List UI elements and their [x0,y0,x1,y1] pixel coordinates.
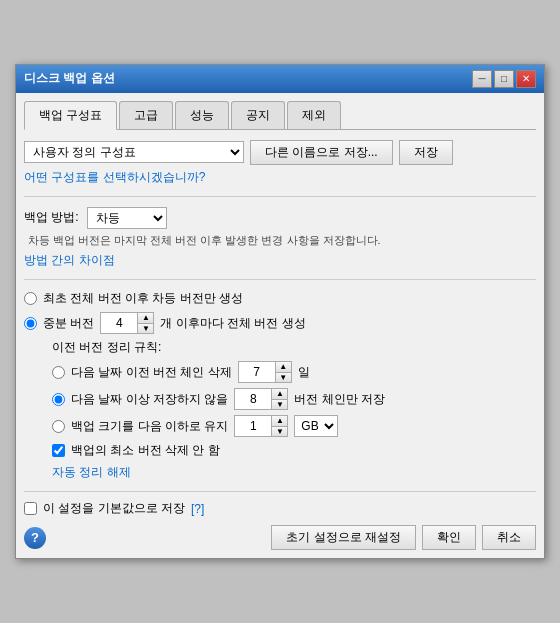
sub-radio-keep-chain-label2: 버전 체인만 저장 [294,391,385,408]
bottom-section: 이 설정을 기본값으로 저장 [?] ? 초기 설정으로 재설정 확인 취소 [24,491,536,550]
auto-cleanup-link-row: 자동 정리 해제 [52,464,536,481]
help-icon-button[interactable]: ? [24,527,46,549]
radio-incremental-only-label[interactable]: 최초 전체 버전 이후 차등 버전만 생성 [43,290,243,307]
cleanup-title: 이전 버전 정리 규칙: [52,339,536,356]
days-input[interactable] [239,362,275,382]
profile-section: 사용자 정의 구성표 다른 이름으로 저장... 저장 어떤 구성표를 선택하시… [24,140,536,186]
backup-method-section: 백업 방법: 차등 차등 백업 버전은 마지막 전체 버전 이후 발생한 변경 … [24,207,536,269]
radio-every-n[interactable] [24,317,37,330]
sub-radio-size-limit-row: 백업 크기를 다음 이하로 유지 ▲ ▼ GB MB [52,415,536,437]
radio-every-n-row: 중분 버전 ▲ ▼ 개 이후마다 전체 버전 생성 [24,312,536,334]
footer-buttons: 초기 설정으로 재설정 확인 취소 [271,525,536,550]
backup-method-desc: 차등 백업 버전은 마지막 전체 버전 이후 발생한 변경 사항을 저장합니다. [28,233,536,248]
backup-method-select[interactable]: 차등 [87,207,167,229]
profile-select[interactable]: 사용자 정의 구성표 [24,141,244,163]
sub-radio-size-limit-label1[interactable]: 백업 크기를 다음 이하로 유지 [71,418,228,435]
keep-min-version-row: 백업의 최소 버전 삭제 안 함 [52,442,536,459]
radio-every-n-label2: 개 이후마다 전체 버전 생성 [160,315,305,332]
tab-performance[interactable]: 성능 [175,101,229,129]
method-difference-link[interactable]: 방법 간의 차이점 [24,253,115,267]
cleanup-section: 이전 버전 정리 규칙: 다음 날짜 이전 버전 체인 삭제 ▲ ▼ 일 [52,339,536,481]
save-default-help-link[interactable]: [?] [191,502,204,516]
save-default-row: 이 설정을 기본값으로 저장 [?] [24,500,536,517]
radio-every-n-label1[interactable]: 중분 버전 [43,315,94,332]
version-count-up[interactable]: ▲ [138,313,153,324]
separator-2 [24,279,536,280]
backup-method-label: 백업 방법: [24,209,79,226]
sub-radio-delete-chain-row: 다음 날짜 이전 버전 체인 삭제 ▲ ▼ 일 [52,361,536,383]
footer-row: ? 초기 설정으로 재설정 확인 취소 [24,525,536,550]
radio-incremental-only-row: 최초 전체 버전 이후 차등 버전만 생성 [24,290,536,307]
save-default-checkbox[interactable] [24,502,37,515]
footer-left: ? [24,527,46,549]
version-count-input[interactable] [101,313,137,333]
save-as-button[interactable]: 다른 이름으로 저장... [250,140,393,165]
separator-1 [24,196,536,197]
sub-radio-delete-chain-label2: 일 [298,364,310,381]
tab-exclude[interactable]: 제외 [287,101,341,129]
chain-count-spinbox: ▲ ▼ [234,388,288,410]
days-up[interactable]: ▲ [276,362,291,373]
size-down[interactable]: ▼ [272,427,287,437]
size-spinbox: ▲ ▼ [234,415,288,437]
size-unit-select[interactable]: GB MB [294,415,338,437]
title-controls: ─ □ ✕ [472,70,536,88]
tab-backup-profile[interactable]: 백업 구성표 [24,101,117,130]
window-content: 백업 구성표 고급 성능 공지 제외 사용자 정의 구성표 다른 이름으로 저장… [16,93,544,558]
version-count-down[interactable]: ▼ [138,324,153,334]
size-spin-buttons: ▲ ▼ [271,416,287,436]
window-title: 디스크 백업 옵션 [24,70,115,87]
chain-count-spin-buttons: ▲ ▼ [271,389,287,409]
sub-radio-keep-chain[interactable] [52,393,65,406]
tab-bar: 백업 구성표 고급 성능 공지 제외 [24,101,536,130]
days-spinbox: ▲ ▼ [238,361,292,383]
close-button[interactable]: ✕ [516,70,536,88]
chain-count-input[interactable] [235,389,271,409]
chain-count-down[interactable]: ▼ [272,400,287,410]
version-count-spin-buttons: ▲ ▼ [137,313,153,333]
sub-radio-delete-chain[interactable] [52,366,65,379]
chain-count-up[interactable]: ▲ [272,389,287,400]
days-down[interactable]: ▼ [276,373,291,383]
minimize-button[interactable]: ─ [472,70,492,88]
backup-method-row: 백업 방법: 차등 [24,207,536,229]
save-default-label[interactable]: 이 설정을 기본값으로 저장 [43,500,185,517]
profile-row: 사용자 정의 구성표 다른 이름으로 저장... 저장 [24,140,536,165]
size-up[interactable]: ▲ [272,416,287,427]
save-button[interactable]: 저장 [399,140,453,165]
sub-radio-keep-chain-label1[interactable]: 다음 날짜 이상 저장하지 않을 [71,391,228,408]
sub-radio-size-limit[interactable] [52,420,65,433]
sub-radio-delete-chain-label1[interactable]: 다음 날짜 이전 버전 체인 삭제 [71,364,232,381]
main-window: 디스크 백업 옵션 ─ □ ✕ 백업 구성표 고급 성능 공지 제외 사용자 정… [15,64,545,559]
days-spin-buttons: ▲ ▼ [275,362,291,382]
keep-min-version-label[interactable]: 백업의 최소 버전 삭제 안 함 [71,442,220,459]
tab-advanced[interactable]: 고급 [119,101,173,129]
radio-incremental-only[interactable] [24,292,37,305]
reset-button[interactable]: 초기 설정으로 재설정 [271,525,416,550]
title-bar: 디스크 백업 옵션 ─ □ ✕ [16,65,544,93]
maximize-button[interactable]: □ [494,70,514,88]
sub-radio-keep-chain-row: 다음 날짜 이상 저장하지 않을 ▲ ▼ 버전 체인만 저장 [52,388,536,410]
choose-link-row: 어떤 구성표를 선택하시겠습니까? [24,169,536,186]
tab-notice[interactable]: 공지 [231,101,285,129]
cancel-button[interactable]: 취소 [482,525,536,550]
version-count-spinbox: ▲ ▼ [100,312,154,334]
size-input[interactable] [235,416,271,436]
confirm-button[interactable]: 확인 [422,525,476,550]
keep-min-version-checkbox[interactable] [52,444,65,457]
auto-cleanup-link[interactable]: 자동 정리 해제 [52,465,131,479]
version-options-section: 최초 전체 버전 이후 차등 버전만 생성 중분 버전 ▲ ▼ 개 이후마다 전… [24,290,536,481]
choose-profile-link[interactable]: 어떤 구성표를 선택하시겠습니까? [24,170,205,184]
